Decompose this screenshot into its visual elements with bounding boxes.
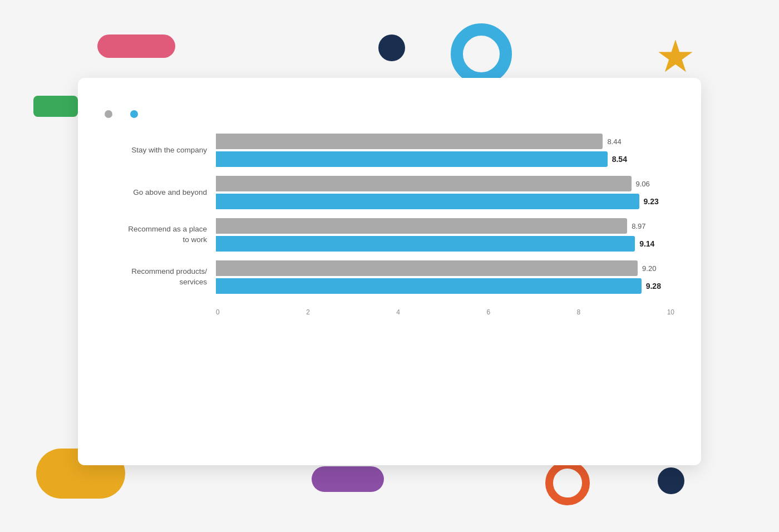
bars-container: 8.448.54: [216, 134, 674, 167]
x-axis-label: 4: [396, 308, 400, 316]
x-axis-labels: 0246810: [216, 308, 674, 316]
bar-current: [216, 278, 642, 294]
row-label: Recommend as a placeto work: [105, 224, 216, 245]
bar-previous: [216, 218, 627, 234]
bar-wrapper-current: 8.54: [216, 151, 674, 167]
row-label: Stay with the company: [105, 145, 216, 156]
bars-container: 8.979.14: [216, 218, 674, 252]
row-label: Recommend products/services: [105, 267, 216, 288]
decorative-orange-ring: [545, 461, 590, 505]
bar-wrapper-current: 9.28: [216, 278, 674, 294]
x-axis-label: 10: [667, 308, 674, 316]
chart-row: Stay with the company8.448.54: [105, 134, 674, 167]
bar-current: [216, 236, 635, 252]
bar-value-previous: 8.97: [632, 222, 645, 230]
bar-value-current: 9.23: [644, 197, 659, 206]
bar-previous: [216, 260, 638, 276]
bar-value-previous: 9.20: [642, 264, 656, 273]
bar-value-previous: 9.06: [636, 180, 650, 188]
bar-wrapper-previous: 8.44: [216, 134, 674, 149]
bar-wrapper-previous: 8.97: [216, 218, 674, 234]
legend-dot-previous: [105, 110, 112, 118]
decorative-gold-star: ★: [655, 35, 696, 79]
card-header: [105, 98, 674, 100]
decorative-navy-circle-2: [658, 467, 684, 494]
more-options-button[interactable]: [665, 98, 674, 100]
decorative-blue-ring: [451, 23, 512, 85]
bar-previous: [216, 134, 603, 149]
bars-container: 9.209.28: [216, 260, 674, 294]
legend-dot-current: [130, 110, 138, 118]
bar-value-current: 8.54: [612, 155, 627, 164]
bar-value-current: 9.14: [639, 239, 654, 248]
chart-row: Recommend as a placeto work8.979.14: [105, 218, 674, 252]
x-axis-label: 8: [577, 308, 581, 316]
chart-card: Stay with the company8.448.54Go above an…: [78, 78, 701, 465]
x-axis: 0246810: [216, 308, 674, 316]
bars-container: 9.069.23: [216, 176, 674, 209]
row-label: Go above and beyond: [105, 188, 216, 198]
decorative-pink-pill: [97, 35, 175, 58]
x-axis-label: 2: [306, 308, 310, 316]
bar-value-previous: 8.44: [607, 137, 621, 146]
chart-row: Go above and beyond9.069.23: [105, 176, 674, 209]
bar-value-current: 9.28: [646, 282, 661, 290]
bar-wrapper-previous: 9.20: [216, 260, 674, 276]
legend-current-wave: [130, 110, 142, 118]
chart-row: Recommend products/services9.209.28: [105, 260, 674, 294]
decorative-navy-circle: [378, 35, 405, 61]
bar-current: [216, 194, 639, 209]
bar-wrapper-current: 9.23: [216, 194, 674, 209]
x-axis-label: 0: [216, 308, 220, 316]
chart-area: Stay with the company8.448.54Go above an…: [105, 134, 674, 303]
x-axis-label: 6: [486, 308, 490, 316]
legend-previous-wave: [105, 110, 117, 118]
bar-wrapper-current: 9.14: [216, 236, 674, 252]
chart-legend: [105, 110, 674, 118]
decorative-purple-pill: [312, 466, 384, 492]
bar-wrapper-previous: 9.06: [216, 176, 674, 191]
decorative-green-rect: [33, 96, 78, 117]
bar-current: [216, 151, 608, 167]
bar-previous: [216, 176, 632, 191]
